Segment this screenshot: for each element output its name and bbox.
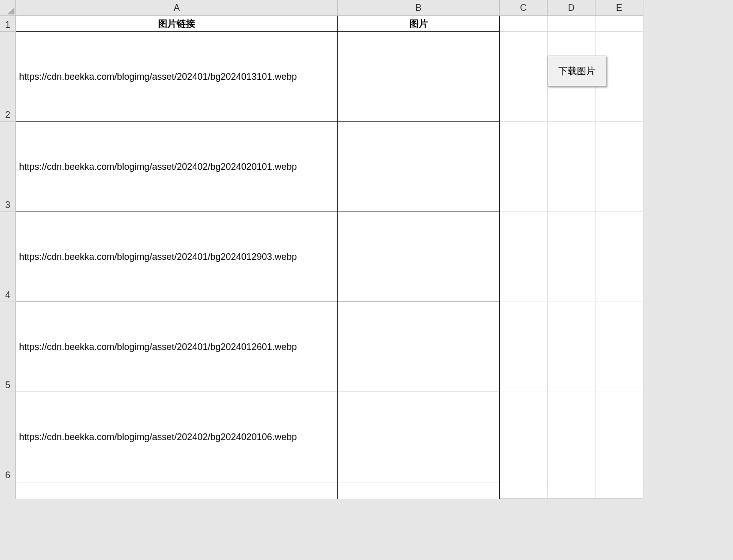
cell-E5[interactable] — [595, 302, 643, 392]
cell-D5[interactable] — [548, 302, 595, 392]
row-header-2[interactable]: 2 — [0, 32, 16, 122]
cell-D1[interactable] — [548, 16, 595, 32]
cell-B4[interactable] — [338, 212, 500, 302]
table-row: https://cdn.beekka.com/blogimg/asset/202… — [16, 392, 643, 482]
select-all-triangle-icon — [7, 7, 14, 14]
cell-D3[interactable] — [548, 122, 595, 212]
cell-C1[interactable] — [500, 16, 548, 32]
row-header-6[interactable]: 6 — [0, 392, 16, 482]
cell-B5[interactable] — [338, 302, 500, 392]
cell-grid: 图片链接 图片 https://cdn.beekka.com/blogimg/a… — [16, 16, 643, 499]
column-headers: A B C D E — [0, 0, 643, 16]
svg-marker-0 — [7, 7, 14, 14]
cell-B7[interactable] — [338, 482, 500, 499]
cell-E7[interactable] — [595, 482, 643, 499]
table-row: 图片链接 图片 — [16, 16, 643, 32]
cell-C3[interactable] — [500, 122, 548, 212]
cell-C6[interactable] — [500, 392, 548, 482]
cell-C7[interactable] — [500, 482, 548, 499]
column-header-B[interactable]: B — [338, 0, 500, 16]
cell-E1[interactable] — [595, 16, 643, 32]
cell-A1[interactable]: 图片链接 — [16, 16, 338, 32]
cell-A2[interactable]: https://cdn.beekka.com/blogimg/asset/202… — [16, 32, 338, 122]
row-headers: 1 2 3 4 5 6 — [0, 16, 16, 499]
cell-E6[interactable] — [595, 392, 643, 482]
cell-E3[interactable] — [595, 122, 643, 212]
download-images-button[interactable]: 下载图片 — [548, 56, 606, 86]
row-header-5[interactable]: 5 — [0, 302, 16, 392]
cell-D7[interactable] — [548, 482, 595, 499]
table-row: https://cdn.beekka.com/blogimg/asset/202… — [16, 212, 643, 302]
column-header-C[interactable]: C — [500, 0, 548, 16]
cell-A3[interactable]: https://cdn.beekka.com/blogimg/asset/202… — [16, 122, 338, 212]
table-row: https://cdn.beekka.com/blogimg/asset/202… — [16, 302, 643, 392]
row-header-1[interactable]: 1 — [0, 16, 16, 32]
cell-A4[interactable]: https://cdn.beekka.com/blogimg/asset/202… — [16, 212, 338, 302]
table-row — [16, 482, 643, 499]
cell-B6[interactable] — [338, 392, 500, 482]
row-header-4[interactable]: 4 — [0, 212, 16, 302]
cell-D4[interactable] — [548, 212, 595, 302]
cell-A6[interactable]: https://cdn.beekka.com/blogimg/asset/202… — [16, 392, 338, 482]
cell-C2[interactable] — [500, 32, 548, 122]
cell-B1[interactable]: 图片 — [338, 16, 500, 32]
cell-C4[interactable] — [500, 212, 548, 302]
row-header-3[interactable]: 3 — [0, 122, 16, 212]
cell-E4[interactable] — [595, 212, 643, 302]
spreadsheet: A B C D E 1 2 3 4 5 6 图片链接 图片 https://cd… — [0, 0, 733, 560]
cell-A7[interactable] — [16, 482, 338, 499]
row-header-7[interactable] — [0, 482, 16, 499]
cell-A5[interactable]: https://cdn.beekka.com/blogimg/asset/202… — [16, 302, 338, 392]
cell-C5[interactable] — [500, 302, 548, 392]
select-all-corner[interactable] — [0, 0, 16, 16]
column-header-E[interactable]: E — [595, 0, 643, 16]
cell-B2[interactable] — [338, 32, 500, 122]
cell-D6[interactable] — [548, 392, 595, 482]
cell-B3[interactable] — [338, 122, 500, 212]
table-row: https://cdn.beekka.com/blogimg/asset/202… — [16, 122, 643, 212]
column-header-D[interactable]: D — [548, 0, 595, 16]
column-header-A[interactable]: A — [16, 0, 338, 16]
